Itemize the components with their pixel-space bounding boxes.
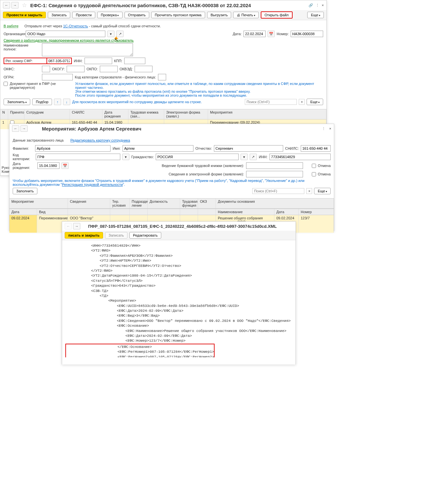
select-button[interactable]: Подбор: [32, 99, 52, 105]
dob-cal-icon[interactable]: 📅: [61, 162, 69, 169]
dlg-title: Мероприятия: Арбузов Артем Сергеевич: [42, 126, 321, 131]
dblclick-hint: Для просмотра всех мероприятий по сотруд…: [72, 100, 202, 104]
inn-input[interactable]: [85, 58, 112, 64]
parent-org-link[interactable]: Сведения о работодателе, правопреемником…: [4, 38, 134, 42]
nav-back[interactable]: ←: [3, 2, 10, 8]
cit-dd[interactable]: ▾: [241, 154, 248, 160]
dlg-dob-input[interactable]: [37, 162, 59, 169]
xml-content[interactable]: <ИНН>773345614829</ИНН> <УТ2:ФИО> <УТ2:Ф…: [62, 240, 296, 357]
arrow-up-icon[interactable]: ↑: [54, 99, 61, 105]
status-text: Отправьте отчет через: [24, 24, 63, 28]
xml-edit[interactable]: Редактировать: [129, 232, 161, 239]
post-close-button[interactable]: Провести и закрыть: [3, 12, 46, 18]
dlg-clear-search[interactable]: ×: [306, 188, 312, 194]
link-icon[interactable]: 🔗: [309, 3, 313, 7]
pfr-label: Документ принят в ПФР (не редактируется): [10, 82, 73, 89]
dlg-table-header2: Дата Вид Наименование Дата Номер: [9, 209, 334, 215]
dlg-more-icon[interactable]: ⋮: [322, 127, 325, 131]
status-link[interactable]: 1С-Отчетность: [63, 24, 88, 28]
org-open[interactable]: ↗: [116, 31, 124, 37]
main-toolbar: Провести и закрыть Записать Провести Про…: [0, 10, 326, 20]
search-input[interactable]: [245, 99, 297, 105]
title-bar: ← → ☆ ЕФС-1: Сведения о трудовой деятель…: [0, 0, 326, 10]
ogrn-label: ОГРН:: [4, 75, 13, 79]
okpo-label: ОКПО:: [86, 67, 98, 71]
reg-input[interactable]: [46, 58, 72, 64]
more2-button[interactable]: Еще: [307, 99, 323, 105]
clear-search[interactable]: ×: [299, 99, 305, 105]
date-input[interactable]: [244, 31, 266, 37]
number-label: Номер:: [277, 32, 289, 36]
fullname-input[interactable]: [42, 43, 133, 56]
okpo-input[interactable]: [100, 66, 118, 72]
kpp-input[interactable]: [124, 58, 145, 64]
paper-cancel-cb[interactable]: [312, 164, 316, 168]
export-button[interactable]: Выгрузить: [207, 12, 231, 18]
xml-title: ПФР_087-105-071284_087105_ЕФС-1_20240222…: [88, 224, 293, 229]
dlg-table-header1: Мероприятие Сведения Тер. условия Подраз…: [9, 198, 334, 209]
org-label: Организация:: [4, 32, 24, 36]
xml-window: ← → ПФР_087-105-071284_087105_ЕФС-1_2024…: [62, 221, 296, 364]
edit-card-link[interactable]: Редактировать карточку сотрудника: [70, 138, 130, 142]
org-input[interactable]: [26, 31, 105, 37]
lastname-input[interactable]: [35, 145, 111, 152]
kodcat-input[interactable]: [36, 154, 120, 160]
okogu-label: ОКОГУ:: [52, 67, 65, 71]
reg-activity-link[interactable]: Регистрация трудовой деятельности: [62, 183, 123, 186]
page-title: ЕФС-1: Сведения о трудовой деятельности …: [30, 3, 307, 8]
check-button[interactable]: Проверка: [97, 12, 123, 18]
printer-icon: [237, 13, 240, 17]
cit-open[interactable]: ↗: [250, 154, 257, 160]
inn-label: ИНН:: [74, 59, 83, 63]
calendar-icon[interactable]: 📅: [268, 31, 275, 37]
more-button[interactable]: Еще: [307, 12, 324, 18]
main-table-header: N Принято Сотрудник СНИЛС Дата рождения …: [0, 109, 326, 119]
xml-write: Записать: [105, 232, 127, 239]
dlg-close-icon[interactable]: ×: [329, 127, 331, 131]
pfr-checkbox[interactable]: [4, 82, 8, 86]
number-input[interactable]: [291, 31, 323, 37]
dlg-search-input[interactable]: [252, 188, 304, 194]
read-protocol-button[interactable]: Прочитать протокол приема: [151, 12, 205, 18]
dlg-back[interactable]: ←: [12, 125, 19, 132]
status-label[interactable]: В работе: [4, 24, 19, 28]
snils-input[interactable]: [301, 145, 331, 152]
dlg-fill-button[interactable]: Заполнить: [13, 188, 37, 194]
events-dialog: ← → Мероприятия: Арбузов Артем Сергеевич…: [9, 124, 334, 231]
post-button[interactable]: Провести: [72, 12, 95, 18]
firstname-input[interactable]: [123, 145, 193, 152]
nav-forward[interactable]: →: [11, 2, 19, 8]
okfs-input[interactable]: [42, 66, 50, 72]
ogrn-input[interactable]: [42, 74, 73, 80]
org-dropdown[interactable]: ▾: [107, 31, 114, 37]
kod-input[interactable]: [158, 74, 166, 80]
okved-label: ОКВЭД:: [120, 67, 133, 71]
dlg-inn-input[interactable]: [270, 154, 331, 160]
print-button[interactable]: Печать: [233, 12, 258, 18]
xml-save-close[interactable]: писать и закрыть: [65, 232, 103, 239]
fill-button[interactable]: Заполнить: [4, 99, 30, 105]
okved-input[interactable]: [135, 66, 152, 72]
xml-forward[interactable]: →: [73, 223, 80, 229]
paper-input[interactable]: [246, 162, 303, 169]
dlg-more-button[interactable]: Еще: [314, 188, 331, 194]
write-button[interactable]: Записать: [48, 12, 70, 18]
close-icon[interactable]: ×: [322, 3, 324, 7]
more-icon[interactable]: ⋮: [316, 3, 319, 7]
citizenship-input[interactable]: [156, 154, 239, 160]
reg-label: Рег. номер СФР:: [4, 58, 46, 64]
favorite-star[interactable]: ☆: [22, 2, 27, 9]
eform-input[interactable]: [246, 171, 303, 177]
okogu-input[interactable]: [67, 66, 85, 72]
eform-cancel-cb[interactable]: [312, 172, 316, 176]
dlg-forward[interactable]: →: [20, 125, 28, 132]
xml-back: ←: [65, 223, 72, 229]
send-button[interactable]: Отправить: [125, 12, 150, 18]
arrow-down-icon[interactable]: ↓: [63, 99, 70, 105]
kpp-label: КПП:: [114, 59, 122, 63]
okfs-label: ОКФС:: [4, 67, 13, 71]
kodcat-dd[interactable]: ▾: [122, 154, 129, 160]
kod-label: Код категории страхователя - физического…: [75, 75, 156, 79]
midname-input[interactable]: [214, 145, 283, 152]
open-file-button[interactable]: Открыть файл: [261, 11, 293, 19]
